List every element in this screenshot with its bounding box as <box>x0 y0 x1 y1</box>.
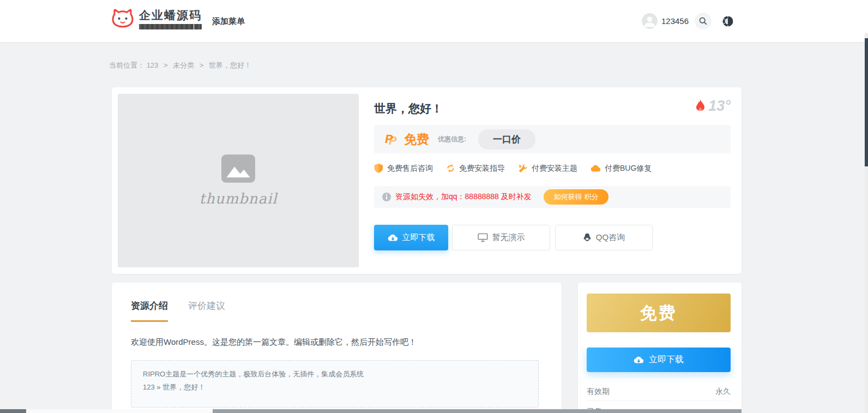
service-badges: 免费售后咨询 免费安装指导 付费安装主题 <box>374 163 731 173</box>
breadcrumb-separator: > <box>164 61 168 69</box>
breadcrumb-separator: > <box>200 61 204 69</box>
cloud-download-icon <box>388 234 398 242</box>
monitor-icon <box>478 233 488 242</box>
promo-pill: 一口价 <box>478 129 535 149</box>
breadcrumb-current-page: 世界，您好！ <box>209 61 251 69</box>
thumbnail-label: thumbnail <box>199 190 277 207</box>
vertical-scrollbar-thumb[interactable] <box>865 38 868 166</box>
service-paid-install: 付费安装主题 <box>518 164 577 173</box>
article-paragraph: 欢迎使用WordPress。这是您的第一篇文章。编辑或删除它，然后开始写作吧！ <box>131 337 545 348</box>
article-quote-box: RIPRO主题是一个优秀的主题，极致后台体验，无插件，集成会员系统 123 » … <box>131 360 539 408</box>
username[interactable]: 123456 <box>661 0 689 42</box>
price-bar: P P 免费 优惠信息: 一口价 <box>374 125 731 153</box>
service-aftersale: 免费售后咨询 <box>374 163 433 173</box>
image-placeholder-icon <box>221 154 255 183</box>
row-value: 永久 <box>715 387 731 397</box>
tab-reviews[interactable]: 评价建议 <box>188 300 225 322</box>
row-label: 有效期 <box>587 387 610 397</box>
site-logo[interactable]: 企业蟠源码 <box>112 8 202 29</box>
search-button[interactable] <box>695 13 712 29</box>
cloud-icon <box>590 165 601 172</box>
sidebar-price-banner: 免费 <box>587 294 731 332</box>
service-bug-fix: 付费BUG修复 <box>590 164 652 173</box>
paypal-icon: P P <box>384 131 399 147</box>
breadcrumb-category-link[interactable]: 未分类 <box>173 61 194 69</box>
svg-text:P: P <box>385 132 393 146</box>
thumbnail-placeholder: thumbnail <box>118 94 359 267</box>
notice-bar: 资源如失效，加qq：88888888 及时补发 如何获得 积分 <box>374 186 731 208</box>
page: 企业蟠源码 添加菜单 123456 <box>0 0 868 413</box>
qq-penguin-icon <box>583 233 592 242</box>
promo-label: 优惠信息: <box>438 135 466 144</box>
nav-divider <box>194 11 194 31</box>
horizontal-scrollbar-thumb[interactable] <box>213 409 742 413</box>
post-title: 世界，您好！ <box>374 101 443 116</box>
heat-indicator: 13° <box>694 98 731 115</box>
theme-toggle-button[interactable] <box>719 13 736 29</box>
breadcrumb-site-link[interactable]: 123 <box>147 61 159 69</box>
info-icon <box>382 193 391 201</box>
cloud-download-icon <box>634 356 644 364</box>
nav-menu-item[interactable]: 添加菜单 <box>212 0 245 42</box>
qq-consult-button[interactable]: QQ咨询 <box>555 225 653 250</box>
horizontal-scrollbar-track[interactable] <box>26 409 213 413</box>
dark-mode-icon <box>721 15 734 28</box>
top-navbar: 企业蟠源码 添加菜单 123456 <box>0 0 868 42</box>
breadcrumb-prefix: 当前位置： <box>109 61 144 69</box>
cat-logo-icon <box>112 8 134 28</box>
heat-value: 13° <box>708 98 731 115</box>
flame-icon <box>694 99 707 113</box>
tab-resource-intro[interactable]: 资源介绍 <box>131 300 168 322</box>
breadcrumb: 当前位置： 123 > 未分类 > 世界，您好！ <box>109 61 251 70</box>
tools-icon <box>518 164 528 173</box>
search-icon <box>698 16 708 26</box>
horizontal-scrollbar-left-button[interactable] <box>0 409 26 413</box>
quote-line: RIPRO主题是一个优秀的主题，极致后台体验，无插件，集成会员系统 <box>143 368 527 381</box>
logo-text-block: 企业蟠源码 <box>139 8 202 29</box>
sidebar-validity-row: 有效期 永久 <box>587 382 731 401</box>
content-tabs: 资源介绍 评价建议 <box>131 300 225 322</box>
sidebar-download-button[interactable]: 立即下载 <box>587 348 731 372</box>
notice-text: 资源如失效，加qq：88888888 及时补发 <box>395 192 532 202</box>
logo-text: 企业蟠源码 <box>139 8 202 22</box>
demo-button[interactable]: 暂无演示 <box>452 225 550 250</box>
avatar[interactable] <box>642 13 658 29</box>
sync-icon <box>446 164 455 173</box>
shield-icon <box>374 163 383 173</box>
action-buttons: 立即下载 暂无演示 QQ咨询 <box>374 225 653 250</box>
logo-subtitle-bar <box>139 24 202 29</box>
download-button[interactable]: 立即下载 <box>374 225 448 250</box>
points-help-badge[interactable]: 如何获得 积分 <box>544 189 609 205</box>
quote-line: 123 » 世界，您好！ <box>143 381 527 394</box>
price-value: 免费 <box>404 131 429 148</box>
service-install-guide: 免费安装指导 <box>446 164 505 173</box>
